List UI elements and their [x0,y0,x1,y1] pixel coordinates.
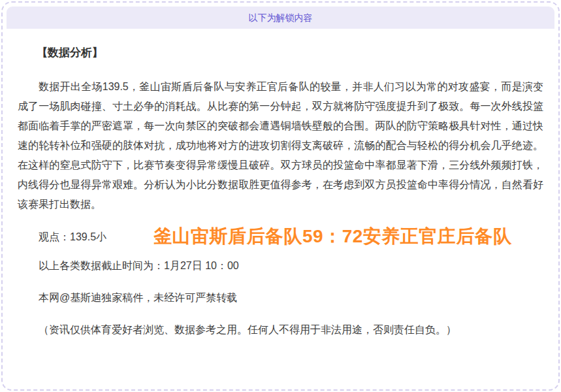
unlocked-content-banner-label: 以下为解锁内容 [249,12,313,23]
viewpoint-label: 观点：139.5小 [39,231,106,242]
disclaimer-line: （资讯仅供体育爱好者浏览、数据参考之用。任何人不得用于非法用途，否则责任自负。） [18,320,543,340]
analysis-paragraph: 数据开出全场139.5，釜山宙斯盾后备队与安养正官后备队的较量，并非人们习以为常… [18,77,543,214]
unlocked-content-banner: 以下为解锁内容 [7,7,554,29]
section-title-data-analysis: 【数据分析】 [18,46,543,60]
copyright-line: 本网@基斯迪独家稿件，未经许可严禁转载 [18,288,543,308]
prediction-score: 釜山宙斯盾后备队59：72安养正官庄后备队 [153,226,512,246]
data-cutoff-line: 以上各类数据截止时间为：1月27日 10：00 [18,256,543,276]
dashed-content-frame: 以下为解锁内容 【数据分析】 数据开出全场139.5，釜山宙斯盾后备队与安养正官… [1,1,560,391]
page: 以下为解锁内容 【数据分析】 数据开出全场139.5，釜山宙斯盾后备队与安养正官… [0,0,561,392]
article-content: 【数据分析】 数据开出全场139.5，釜山宙斯盾后备队与安养正官后备队的较量，并… [7,29,554,340]
viewpoint-row: 观点：139.5小釜山宙斯盾后备队59：72安养正官庄后备队 [18,227,543,247]
